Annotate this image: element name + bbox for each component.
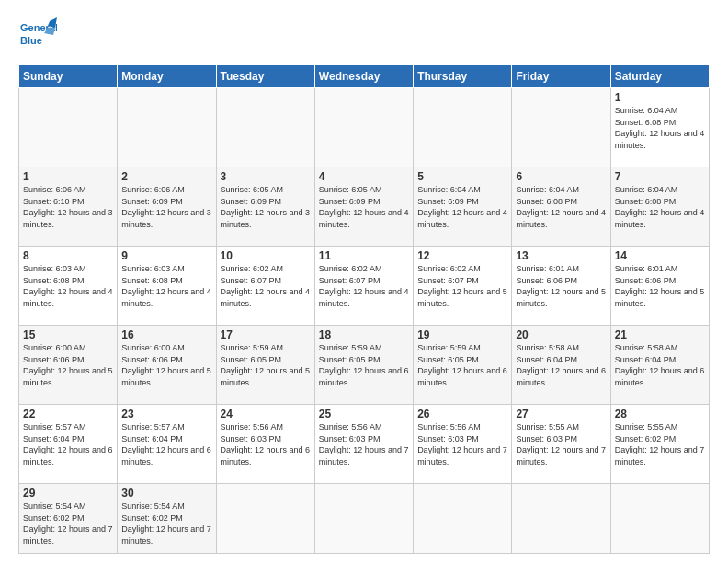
day-info: Sunrise: 5:56 AM Sunset: 6:03 PM Dayligh…: [221, 421, 311, 467]
sunset-label: Sunset: 6:02 PM: [121, 513, 183, 523]
day-info: Sunrise: 6:05 AM Sunset: 6:09 PM Dayligh…: [319, 184, 409, 230]
calendar-table: Sunday Monday Tuesday Wednesday Thursday…: [18, 64, 710, 554]
sunrise-label: Sunrise: 6:01 AM: [516, 264, 579, 273]
svg-text:Blue: Blue: [20, 35, 42, 46]
daylight-label: Daylight: 12 hours and 3 minutes.: [121, 208, 211, 229]
day-number: 26: [417, 408, 507, 420]
header: General Blue: [18, 17, 710, 55]
sunrise-label: Sunrise: 5:59 AM: [319, 343, 382, 352]
header-saturday: Saturday: [610, 65, 709, 88]
day-number: 19: [417, 328, 507, 341]
sunrise-label: Sunrise: 5:56 AM: [221, 422, 284, 431]
day-number: 8: [23, 249, 113, 262]
daylight-label: Daylight: 12 hours and 6 minutes.: [23, 445, 113, 466]
day-number: 17: [221, 328, 311, 341]
calendar-cell: 28 Sunrise: 5:55 AM Sunset: 6:02 PM Dayl…: [610, 405, 709, 484]
daylight-label: Daylight: 12 hours and 5 minutes.: [417, 287, 507, 308]
day-info: Sunrise: 6:03 AM Sunset: 6:08 PM Dayligh…: [121, 263, 211, 309]
day-number: 28: [615, 408, 705, 420]
calendar-cell: 13 Sunrise: 6:01 AM Sunset: 6:06 PM Dayl…: [512, 247, 610, 326]
day-number: 11: [319, 249, 409, 262]
daylight-label: Daylight: 12 hours and 7 minutes.: [516, 445, 606, 466]
daylight-label: Daylight: 12 hours and 4 minutes.: [121, 287, 211, 308]
day-info: Sunrise: 5:59 AM Sunset: 6:05 PM Dayligh…: [221, 342, 311, 388]
calendar-cell: [19, 88, 118, 167]
calendar-cell: [512, 88, 610, 167]
day-info: Sunrise: 5:57 AM Sunset: 6:04 PM Dayligh…: [23, 421, 113, 467]
day-number: 6: [516, 170, 606, 183]
sunrise-label: Sunrise: 5:57 AM: [121, 422, 185, 431]
header-friday: Friday: [512, 65, 610, 88]
calendar-cell: 29 Sunrise: 5:54 AM Sunset: 6:02 PM Dayl…: [19, 484, 118, 554]
day-number: 22: [23, 408, 113, 420]
calendar-cell: 5 Sunrise: 6:04 AM Sunset: 6:09 PM Dayli…: [414, 167, 512, 247]
sunrise-label: Sunrise: 6:06 AM: [121, 185, 185, 194]
sunrise-label: Sunrise: 6:02 AM: [319, 264, 382, 273]
sunrise-label: Sunrise: 6:06 AM: [23, 185, 86, 194]
day-info: Sunrise: 5:55 AM Sunset: 6:03 PM Dayligh…: [516, 421, 606, 467]
daylight-label: Daylight: 12 hours and 7 minutes.: [23, 524, 113, 546]
calendar-cell: [414, 484, 512, 554]
calendar-cell: 22 Sunrise: 5:57 AM Sunset: 6:04 PM Dayl…: [19, 405, 118, 484]
daylight-label: Daylight: 12 hours and 5 minutes.: [23, 366, 113, 387]
daylight-label: Daylight: 12 hours and 4 minutes.: [516, 208, 606, 229]
sunrise-label: Sunrise: 5:57 AM: [23, 422, 86, 431]
sunset-label: Sunset: 6:03 PM: [221, 434, 282, 443]
sunset-label: Sunset: 6:09 PM: [319, 197, 381, 206]
daylight-label: Daylight: 12 hours and 6 minutes.: [516, 366, 606, 387]
daylight-label: Daylight: 12 hours and 4 minutes.: [23, 287, 113, 308]
sunset-label: Sunset: 6:03 PM: [516, 434, 577, 443]
daylight-label: Daylight: 12 hours and 4 minutes.: [319, 208, 409, 229]
day-info: Sunrise: 5:59 AM Sunset: 6:05 PM Dayligh…: [319, 342, 409, 388]
day-number: 1: [615, 91, 705, 104]
sunset-label: Sunset: 6:09 PM: [121, 197, 183, 206]
header-wednesday: Wednesday: [314, 65, 413, 88]
calendar-cell: [314, 484, 413, 554]
daylight-label: Daylight: 12 hours and 6 minutes.: [221, 445, 311, 466]
sunrise-label: Sunrise: 5:58 AM: [516, 343, 579, 352]
calendar-cell: 9 Sunrise: 6:03 AM Sunset: 6:08 PM Dayli…: [118, 247, 216, 326]
sunset-label: Sunset: 6:05 PM: [221, 355, 282, 364]
day-number: 30: [121, 487, 211, 500]
day-number: 5: [417, 170, 507, 183]
calendar-cell: 16 Sunrise: 6:00 AM Sunset: 6:06 PM Dayl…: [118, 326, 216, 405]
sunset-label: Sunset: 6:05 PM: [319, 355, 381, 364]
sunset-label: Sunset: 6:04 PM: [23, 434, 85, 443]
sunrise-label: Sunrise: 5:55 AM: [516, 422, 579, 431]
sunset-label: Sunset: 6:08 PM: [516, 197, 577, 206]
calendar-cell: 17 Sunrise: 5:59 AM Sunset: 6:05 PM Dayl…: [216, 326, 314, 405]
daylight-label: Daylight: 12 hours and 5 minutes.: [516, 287, 606, 308]
day-info: Sunrise: 6:05 AM Sunset: 6:09 PM Dayligh…: [221, 184, 311, 230]
calendar-cell: 14 Sunrise: 6:01 AM Sunset: 6:06 PM Dayl…: [610, 247, 709, 326]
day-number: 13: [516, 249, 606, 262]
calendar-cell: 2 Sunrise: 6:06 AM Sunset: 6:09 PM Dayli…: [118, 167, 216, 247]
daylight-label: Daylight: 12 hours and 4 minutes.: [615, 129, 705, 150]
daylight-label: Daylight: 12 hours and 4 minutes.: [615, 208, 705, 229]
sunset-label: Sunset: 6:09 PM: [221, 197, 282, 206]
sunrise-label: Sunrise: 5:59 AM: [221, 343, 284, 352]
daylight-label: Daylight: 12 hours and 3 minutes.: [23, 208, 113, 229]
sunset-label: Sunset: 6:06 PM: [23, 355, 85, 364]
calendar-cell: 26 Sunrise: 5:56 AM Sunset: 6:03 PM Dayl…: [414, 405, 512, 484]
calendar-cell: 8 Sunrise: 6:03 AM Sunset: 6:08 PM Dayli…: [19, 247, 118, 326]
page: General Blue Sunday Monday Tuesday Wedne…: [0, 0, 728, 563]
day-number: 9: [121, 249, 211, 262]
day-number: 1: [23, 170, 113, 183]
calendar-cell: 4 Sunrise: 6:05 AM Sunset: 6:09 PM Dayli…: [314, 167, 413, 247]
day-number: 14: [615, 249, 705, 262]
calendar-cell: 27 Sunrise: 5:55 AM Sunset: 6:03 PM Dayl…: [512, 405, 610, 484]
day-info: Sunrise: 5:56 AM Sunset: 6:03 PM Dayligh…: [417, 421, 507, 467]
daylight-label: Daylight: 12 hours and 7 minutes.: [417, 445, 507, 466]
day-number: 16: [121, 328, 211, 341]
daylight-label: Daylight: 12 hours and 7 minutes.: [615, 445, 705, 466]
sunrise-label: Sunrise: 6:02 AM: [221, 264, 284, 273]
daylight-label: Daylight: 12 hours and 4 minutes.: [221, 287, 311, 308]
calendar-cell: [610, 484, 709, 554]
day-number: 21: [615, 328, 705, 341]
calendar-cell: 25 Sunrise: 5:56 AM Sunset: 6:03 PM Dayl…: [314, 405, 413, 484]
day-info: Sunrise: 6:06 AM Sunset: 6:09 PM Dayligh…: [121, 184, 211, 230]
sunrise-label: Sunrise: 6:03 AM: [121, 264, 185, 273]
header-sunday: Sunday: [19, 65, 118, 88]
day-number: 4: [319, 170, 409, 183]
day-number: 25: [319, 408, 409, 420]
